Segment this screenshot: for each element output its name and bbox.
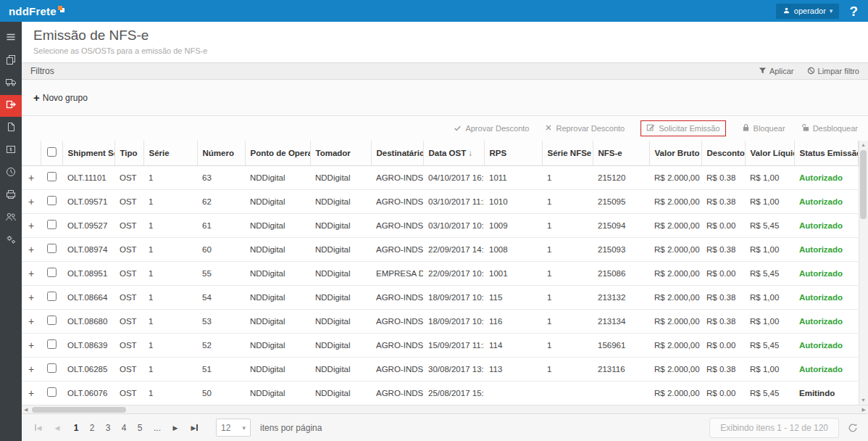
page-number-4[interactable]: 4	[116, 420, 132, 436]
cell-desconto: R$ 0.00	[701, 261, 745, 285]
table-row[interactable]: +OLT.11101OST163NDDigitalNDDigitalAGRO-I…	[22, 165, 858, 189]
reject-discount-button[interactable]: Reprovar Desconto	[545, 124, 625, 133]
column-header[interactable]: Valor Líquido	[745, 141, 794, 165]
user-label: operador	[794, 7, 826, 15]
sidebar-item-users[interactable]	[0, 207, 22, 229]
sidebar-item-billing[interactable]	[0, 140, 22, 162]
page-number-5[interactable]: 5	[132, 420, 148, 436]
column-header[interactable]: Número	[197, 141, 245, 165]
last-page-button[interactable]: ▶	[186, 419, 204, 437]
cell-nfse: 215086	[593, 261, 649, 285]
clear-filter-button[interactable]: Limpar filtro	[807, 67, 859, 76]
expand-row-button[interactable]: +	[22, 357, 41, 381]
sidebar-item-monitor[interactable]	[0, 162, 22, 184]
row-checkbox[interactable]	[47, 339, 57, 349]
page-number-1[interactable]: 1	[68, 420, 84, 436]
column-header[interactable]: Série NFSe	[542, 141, 593, 165]
table-row[interactable]: +OLT.08974OST160NDDigitalNDDigitalAGRO-I…	[22, 237, 858, 261]
horizontal-scroll-thumb[interactable]	[32, 407, 126, 413]
table-row[interactable]: +OLT.06076OST150NDDigitalNDDigitalAGRO-I…	[22, 381, 858, 405]
block-button[interactable]: Bloquear	[742, 123, 785, 133]
page-number-2[interactable]: 2	[84, 420, 100, 436]
user-menu-button[interactable]: operador ▾	[776, 4, 840, 19]
unblock-button[interactable]: Desbloquear	[801, 123, 858, 133]
column-header[interactable]: Ponto de Opera...	[245, 141, 310, 165]
row-checkbox[interactable]	[47, 220, 57, 229]
cell-data_ost: 30/08/2017 13:54	[423, 357, 484, 381]
table-row[interactable]: +OLT.09571OST162NDDigitalNDDigitalAGRO-I…	[22, 189, 858, 213]
refresh-button[interactable]	[848, 423, 861, 433]
expand-row-button[interactable]: +	[22, 261, 41, 285]
sidebar-item-settings[interactable]	[0, 230, 22, 252]
first-page-button[interactable]: ◀	[29, 419, 46, 437]
row-checkbox[interactable]	[47, 172, 57, 181]
column-header[interactable]: Status Emissão	[794, 141, 858, 165]
scroll-right-icon[interactable]: ▶	[862, 405, 866, 413]
cell-serie: 1	[143, 333, 197, 357]
help-button[interactable]: ?	[849, 4, 861, 18]
column-header[interactable]: Destinatário	[371, 141, 423, 165]
apply-filter-button[interactable]: Aplicar	[759, 67, 794, 76]
table-row[interactable]: +OLT.08664OST154NDDigitalNDDigitalAGRO-I…	[22, 285, 858, 309]
column-header[interactable]: Série	[143, 141, 197, 165]
vertical-scrollbar[interactable]: ▲ ▼	[859, 141, 868, 405]
horizontal-scrollbar[interactable]: ◀ ▶	[22, 405, 868, 413]
request-emission-button[interactable]: Solicitar Emissão	[640, 120, 725, 136]
column-header[interactable]: Shipment Sell	[62, 141, 114, 165]
sidebar-item-menu[interactable]	[0, 28, 22, 49]
select-all-checkbox[interactable]	[47, 147, 57, 157]
previous-page-button[interactable]: ◀	[49, 419, 66, 437]
page-number-3[interactable]: 3	[100, 420, 116, 436]
column-header[interactable]: Tipo	[114, 141, 143, 165]
column-header[interactable]: RPS	[484, 141, 542, 165]
sidebar-item-documents[interactable]	[0, 50, 22, 72]
cell-tipo: OST	[114, 357, 143, 381]
new-group-button[interactable]: + Novo grupo	[33, 92, 88, 103]
expand-row-button[interactable]: +	[22, 333, 41, 357]
cell-serie: 1	[143, 213, 197, 237]
expand-row-button[interactable]: +	[22, 189, 41, 213]
expand-row-button[interactable]: +	[22, 309, 41, 333]
scroll-up-icon[interactable]: ▲	[861, 141, 866, 149]
expand-row-button[interactable]: +	[22, 213, 41, 237]
row-checkbox[interactable]	[47, 363, 57, 373]
sidebar-item-emission[interactable]	[0, 95, 22, 117]
row-checkbox[interactable]	[47, 244, 57, 253]
scroll-left-icon[interactable]: ◀	[24, 405, 28, 413]
cell-valor_bruto: R$ 2.000,00	[649, 381, 701, 405]
scroll-down-icon[interactable]: ▼	[861, 396, 866, 405]
column-header[interactable]: Data OST ↓	[423, 141, 484, 165]
sidebar-item-fleet[interactable]	[0, 73, 22, 94]
next-page-button[interactable]: ▶	[167, 419, 184, 437]
sidebar-item-document[interactable]	[0, 118, 22, 139]
sidebar-item-print[interactable]	[0, 185, 22, 207]
table-row[interactable]: +OLT.06285OST151NDDigitalNDDigitalAGRO-I…	[22, 357, 858, 381]
page-ellipsis[interactable]: ...	[150, 423, 164, 433]
column-header[interactable]: NFS-e	[593, 141, 649, 165]
expand-row-button[interactable]: +	[22, 381, 41, 405]
table-row[interactable]: +OLT.08680OST153NDDigitalNDDigitalAGRO-I…	[22, 309, 858, 333]
column-header[interactable]: Valor Bruto	[649, 141, 701, 165]
row-checkbox[interactable]	[47, 316, 57, 325]
table-row[interactable]: +OLT.09527OST161NDDigitalNDDigitalAGRO-I…	[22, 213, 858, 237]
expand-row-button[interactable]: +	[22, 285, 41, 309]
row-checkbox[interactable]	[47, 268, 57, 277]
table-row[interactable]: +OLT.08639OST152NDDigitalNDDigitalAGRO-I…	[22, 333, 858, 357]
chevron-down-icon: ▾	[830, 7, 833, 15]
row-checkbox[interactable]	[47, 387, 57, 397]
approve-discount-button[interactable]: Aprovar Desconto	[454, 124, 529, 133]
column-header[interactable]: Tomador	[310, 141, 371, 165]
cell-serie_nfse: 1	[542, 285, 593, 309]
page-size-select[interactable]: 12 ▾	[216, 419, 251, 437]
row-checkbox[interactable]	[47, 196, 57, 205]
table-row[interactable]: +OLT.08951OST155NDDigitalNDDigitalEMPRES…	[22, 261, 858, 285]
cell-rps: 1001	[484, 261, 542, 285]
cell-valor_liquido: R$ 5,45	[745, 213, 794, 237]
expand-row-button[interactable]: +	[22, 165, 41, 189]
cell-serie: 1	[143, 189, 197, 213]
vertical-scroll-thumb[interactable]	[860, 150, 867, 219]
column-header[interactable]: Desconto	[701, 141, 745, 165]
cell-tipo: OST	[114, 309, 143, 333]
expand-row-button[interactable]: +	[22, 237, 41, 261]
row-checkbox[interactable]	[47, 292, 57, 301]
